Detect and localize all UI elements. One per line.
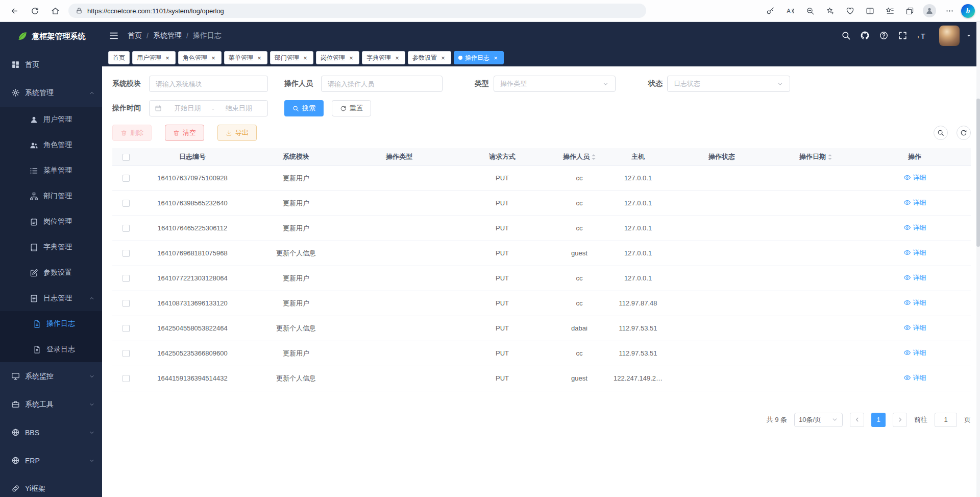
- sidebar-item-3[interactable]: 用户管理: [0, 107, 102, 132]
- page-size-select[interactable]: 10条/页: [794, 413, 843, 427]
- detail-link[interactable]: 详细: [903, 298, 926, 307]
- row-checkbox[interactable]: [122, 250, 130, 257]
- row-checkbox[interactable]: [122, 300, 130, 307]
- detail-link[interactable]: 详细: [903, 323, 926, 333]
- export-button[interactable]: 导出: [217, 125, 257, 141]
- tab-4[interactable]: 菜单管理×: [224, 51, 267, 64]
- tab-6[interactable]: 岗位管理×: [316, 51, 359, 64]
- next-page-button[interactable]: [893, 413, 907, 427]
- sidebar-item-1[interactable]: 首页: [0, 51, 102, 79]
- sort-carets-icon[interactable]: [828, 154, 832, 160]
- sidebar-item-13[interactable]: 系统监控: [0, 362, 102, 390]
- sidebar-item-7[interactable]: 岗位管理: [0, 209, 102, 234]
- search-button[interactable]: 搜索: [284, 100, 324, 116]
- sidebar-item-5[interactable]: 菜单管理: [0, 158, 102, 183]
- detail-link[interactable]: 详细: [903, 173, 926, 182]
- detail-link[interactable]: 详细: [903, 198, 926, 207]
- sidebar-collapse-button[interactable]: [108, 30, 119, 41]
- goto-page-input[interactable]: [935, 413, 957, 427]
- password-key-button[interactable]: [762, 2, 778, 19]
- user-avatar[interactable]: [939, 26, 960, 46]
- read-aloud-button[interactable]: A: [782, 2, 798, 19]
- tab-close-icon[interactable]: ×: [210, 54, 217, 61]
- detail-link[interactable]: 详细: [903, 373, 926, 383]
- tab-close-icon[interactable]: ×: [348, 54, 355, 61]
- tab-1[interactable]: 首页: [108, 51, 130, 64]
- sidebar-item-8[interactable]: 字典管理: [0, 234, 102, 260]
- refresh-table-button[interactable]: [957, 126, 971, 140]
- sidebar-item-2[interactable]: 系统管理: [0, 79, 102, 107]
- fullscreen-button[interactable]: [898, 31, 908, 40]
- toggle-search-button[interactable]: [934, 126, 948, 140]
- sidebar-item-9[interactable]: 参数设置: [0, 260, 102, 286]
- type-select[interactable]: 操作类型: [494, 76, 616, 92]
- help-button[interactable]: [879, 31, 889, 40]
- sidebar-item-4[interactable]: 角色管理: [0, 132, 102, 158]
- header-search-button[interactable]: [841, 31, 851, 40]
- split-screen-button[interactable]: [862, 2, 878, 19]
- date-range-picker[interactable]: 开始日期 - 结束日期: [149, 100, 268, 116]
- scrollbar[interactable]: [976, 22, 980, 497]
- prev-page-button[interactable]: [850, 413, 864, 427]
- detail-link[interactable]: 详细: [903, 248, 926, 257]
- sidebar-item-16[interactable]: ERP: [0, 446, 102, 475]
- tab-2[interactable]: 用户管理×: [132, 51, 176, 64]
- tab-8[interactable]: 参数设置×: [408, 51, 451, 64]
- row-checkbox[interactable]: [122, 350, 130, 357]
- clear-button[interactable]: 清空: [165, 125, 204, 141]
- select-all-checkbox[interactable]: [122, 154, 130, 161]
- browser-refresh-button[interactable]: [26, 2, 44, 19]
- column-header[interactable]: 操作日期: [773, 148, 859, 165]
- tab-close-icon[interactable]: ×: [164, 54, 171, 61]
- operator-input[interactable]: [321, 76, 443, 92]
- favorites-bar-button[interactable]: [881, 2, 898, 19]
- row-checkbox[interactable]: [122, 175, 130, 182]
- tab-5[interactable]: 部门管理×: [270, 51, 313, 64]
- chevron-down-icon[interactable]: [966, 33, 972, 39]
- browser-menu-button[interactable]: [941, 2, 958, 19]
- page-number-button[interactable]: 1: [871, 413, 886, 427]
- sidebar-item-14[interactable]: 系统工具: [0, 390, 102, 418]
- module-input[interactable]: [149, 76, 268, 92]
- browser-address-bar[interactable]: https://ccnetcore.com:1101/system/log/op…: [68, 4, 646, 18]
- detail-link[interactable]: 详细: [903, 348, 926, 358]
- row-checkbox[interactable]: [122, 200, 130, 207]
- add-favorite-button[interactable]: [822, 2, 838, 19]
- sidebar-item-11[interactable]: 操作日志: [0, 311, 102, 337]
- zoom-button[interactable]: [802, 2, 818, 19]
- tab-9[interactable]: 操作日志×: [454, 51, 504, 64]
- browser-back-button[interactable]: [5, 2, 23, 19]
- github-button[interactable]: [860, 31, 870, 40]
- sidebar-item-6[interactable]: 部门管理: [0, 183, 102, 209]
- row-checkbox[interactable]: [122, 275, 130, 282]
- browser-essentials-button[interactable]: [842, 2, 858, 19]
- tab-3[interactable]: 角色管理×: [178, 51, 222, 64]
- browser-home-button[interactable]: [46, 2, 64, 19]
- status-select[interactable]: 日志状态: [667, 76, 790, 92]
- font-size-button[interactable]: тT: [917, 30, 928, 41]
- delete-button[interactable]: 删除: [112, 125, 152, 141]
- sidebar-item-17[interactable]: Yi框架: [0, 475, 102, 497]
- tab-7[interactable]: 字典管理×: [362, 51, 405, 64]
- sidebar-item-12[interactable]: 登录日志: [0, 337, 102, 362]
- browser-profile-button[interactable]: [921, 2, 938, 19]
- column-header[interactable]: 操作人员: [553, 148, 605, 165]
- sidebar-item-10[interactable]: 日志管理: [0, 286, 102, 311]
- bing-copilot-button[interactable]: b: [961, 4, 975, 18]
- detail-link[interactable]: 详细: [903, 223, 926, 232]
- tab-close-icon[interactable]: ×: [492, 54, 499, 61]
- sort-carets-icon[interactable]: [592, 154, 596, 160]
- tab-close-icon[interactable]: ×: [256, 54, 263, 61]
- tab-close-icon[interactable]: ×: [302, 54, 309, 61]
- tab-close-icon[interactable]: ×: [439, 54, 447, 61]
- collections-button[interactable]: [901, 2, 918, 19]
- detail-link[interactable]: 详细: [903, 273, 926, 282]
- tab-close-icon[interactable]: ×: [394, 54, 401, 61]
- row-checkbox[interactable]: [122, 225, 130, 232]
- breadcrumb-item[interactable]: 首页: [128, 31, 142, 40]
- scrollbar-thumb[interactable]: [976, 99, 980, 247]
- breadcrumb-item[interactable]: 系统管理: [153, 31, 182, 40]
- row-checkbox[interactable]: [122, 375, 130, 382]
- sidebar-item-15[interactable]: BBS: [0, 418, 102, 446]
- row-checkbox[interactable]: [122, 325, 130, 332]
